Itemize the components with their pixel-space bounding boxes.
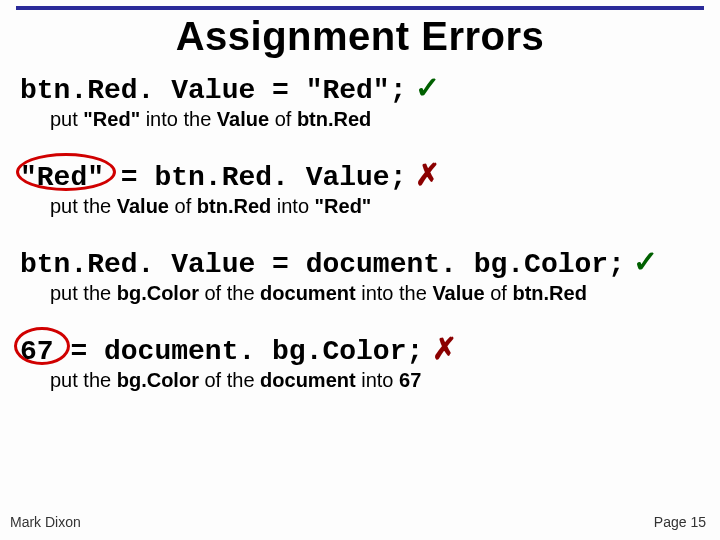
t: Value (117, 195, 169, 217)
explain-1: put "Red" into the Value of btn.Red (50, 108, 700, 131)
example-3: btn.Red. Value = document. bg.Color; ✓ p… (20, 244, 700, 305)
t: put the (50, 195, 117, 217)
t: btn.Red (197, 195, 271, 217)
t: bg.Color (117, 282, 199, 304)
example-4: 67 = document. bg.Color; ✗ put the bg.Co… (20, 331, 700, 392)
cross-icon: ✗ (432, 332, 457, 365)
code-line-3: btn.Red. Value = document. bg.Color; (20, 249, 625, 280)
code-line-4: 67 = document. bg.Color; (20, 336, 423, 367)
code-line-1: btn.Red. Value = "Red"; (20, 75, 406, 106)
example-2: "Red" = btn.Red. Value; ✗ put the Value … (20, 157, 700, 218)
t: into the (356, 282, 433, 304)
t: into the (140, 108, 217, 130)
t: Value (432, 282, 484, 304)
explain-3: put the bg.Color of the document into th… (50, 282, 700, 305)
t: of the (199, 369, 260, 391)
t: btn.Red (512, 282, 586, 304)
t: btn.Red (297, 108, 371, 130)
t: document (260, 369, 356, 391)
code-line-2: "Red" = btn.Red. Value; (20, 162, 406, 193)
t: of the (199, 282, 260, 304)
check-icon: ✓ (415, 71, 440, 104)
t: 67 (399, 369, 421, 391)
cross-icon: ✗ (415, 158, 440, 191)
t: put (50, 108, 83, 130)
t: of (485, 282, 513, 304)
t: "Red" (315, 195, 372, 217)
t: put the (50, 369, 117, 391)
t: document (260, 282, 356, 304)
content-area: btn.Red. Value = "Red"; ✓ put "Red" into… (20, 70, 700, 418)
t: "Red" (83, 108, 140, 130)
t: bg.Color (117, 369, 199, 391)
t: put the (50, 282, 117, 304)
t: into (271, 195, 314, 217)
t: into (356, 369, 399, 391)
explain-4: put the bg.Color of the document into 67 (50, 369, 700, 392)
check-icon: ✓ (633, 245, 658, 278)
header-rule (16, 6, 704, 10)
example-1: btn.Red. Value = "Red"; ✓ put "Red" into… (20, 70, 700, 131)
t: of (169, 195, 197, 217)
t: of (269, 108, 297, 130)
page-title: Assignment Errors (0, 14, 720, 59)
footer-page: Page 15 (654, 514, 706, 530)
footer-author: Mark Dixon (10, 514, 81, 530)
explain-2: put the Value of btn.Red into "Red" (50, 195, 700, 218)
t: Value (217, 108, 269, 130)
